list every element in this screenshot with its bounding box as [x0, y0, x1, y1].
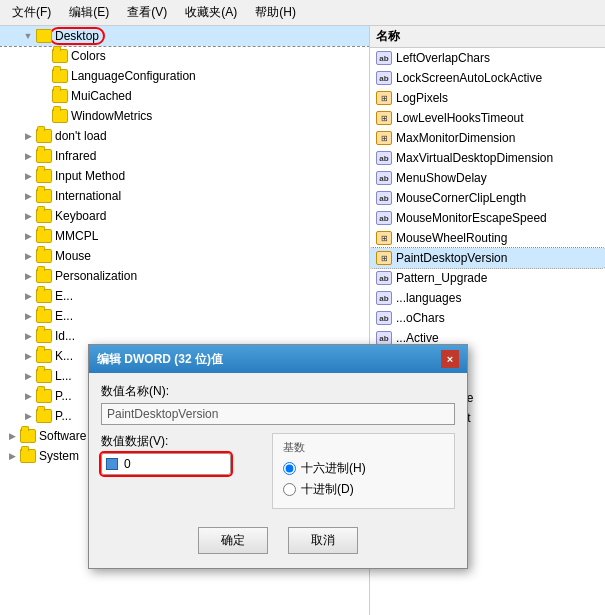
- value-name-active: ...Active: [396, 331, 439, 345]
- folder-icon-l1: [36, 369, 52, 383]
- value-row-chars[interactable]: ab ...oChars: [370, 308, 605, 328]
- icon-ab-mousecorner: ab: [376, 191, 392, 205]
- tree-item-e1[interactable]: ▶ E...: [0, 286, 369, 306]
- folder-icon-keyboard: [36, 209, 52, 223]
- icon-ab-chars: ab: [376, 311, 392, 325]
- value-name-logpixels: LogPixels: [396, 91, 448, 105]
- e1-label: E...: [55, 289, 73, 303]
- menu-view[interactable]: 查看(V): [119, 2, 175, 23]
- tree-item-infrared[interactable]: ▶ Infrared: [0, 146, 369, 166]
- tree-item-personalization[interactable]: ▶ Personalization: [0, 266, 369, 286]
- expand-icon-dontload: ▶: [20, 128, 36, 144]
- data-value-input[interactable]: [101, 453, 231, 475]
- mmcpl-label: MMCPL: [55, 229, 98, 243]
- expand-icon-desktop: ▼: [20, 28, 36, 44]
- value-row-maxmonitor[interactable]: ⊞ MaxMonitorDimension: [370, 128, 605, 148]
- radio-hex-label[interactable]: 十六进制(H): [301, 460, 366, 477]
- name-input[interactable]: [101, 403, 455, 425]
- system-label: System: [39, 449, 79, 463]
- folder-icon-desktop: [36, 29, 52, 43]
- radio-row-hex: 十六进制(H): [283, 460, 444, 477]
- p2-label: P...: [55, 409, 71, 423]
- value-row-leftoverlap[interactable]: ab LeftOverlapChars: [370, 48, 605, 68]
- menu-favorites[interactable]: 收藏夹(A): [177, 2, 245, 23]
- k1-label: K...: [55, 349, 73, 363]
- tree-item-langconfig[interactable]: LanguageConfiguration: [0, 66, 369, 86]
- folder-icon-p2: [36, 409, 52, 423]
- expand-icon-p1: ▶: [20, 388, 36, 404]
- icon-reg-mousewheel: ⊞: [376, 231, 392, 245]
- values-header: 名称: [370, 26, 605, 48]
- value-row-paintdesktop[interactable]: ⊞ PaintDesktopVersion: [370, 248, 605, 268]
- value-row-languages[interactable]: ab ...languages: [370, 288, 605, 308]
- tree-item-id1[interactable]: ▶ Id...: [0, 326, 369, 346]
- mouse-label: Mouse: [55, 249, 91, 263]
- expand-icon-mouse: ▶: [20, 248, 36, 264]
- value-row-pattern[interactable]: ab Pattern_Upgrade: [370, 268, 605, 288]
- expand-icon-e2: ▶: [20, 308, 36, 324]
- icon-reg-logpixels: ⊞: [376, 91, 392, 105]
- expand-icon-inputmethod: ▶: [20, 168, 36, 184]
- value-row-logpixels[interactable]: ⊞ LogPixels: [370, 88, 605, 108]
- tree-item-mouse[interactable]: ▶ Mouse: [0, 246, 369, 266]
- tree-item-mmcpl[interactable]: ▶ MMCPL: [0, 226, 369, 246]
- tree-item-e2[interactable]: ▶ E...: [0, 306, 369, 326]
- l1-label: L...: [55, 369, 72, 383]
- value-name-menushowdelay: MenuShowDelay: [396, 171, 487, 185]
- value-name-lowlevel: LowLevelHooksTimeout: [396, 111, 524, 125]
- name-label: 数值名称(N):: [101, 383, 455, 400]
- value-name-paintdesktop: PaintDesktopVersion: [396, 251, 507, 265]
- base-group: 基数 十六进制(H) 十进制(D): [272, 433, 455, 509]
- tree-item-colors[interactable]: Colors: [0, 46, 369, 66]
- cancel-button[interactable]: 取消: [288, 527, 358, 554]
- expand-icon-colors: [36, 48, 52, 64]
- value-row-lockscreen[interactable]: ab LockScreenAutoLockActive: [370, 68, 605, 88]
- dontload-label: don't load: [55, 129, 107, 143]
- tree-item-windowmetrics[interactable]: WindowMetrics: [0, 106, 369, 126]
- expand-icon-k1: ▶: [20, 348, 36, 364]
- tree-item-desktop[interactable]: ▼ Desktop: [0, 26, 369, 46]
- folder-icon-langconfig: [52, 69, 68, 83]
- radio-hex[interactable]: [283, 462, 296, 475]
- expand-icon-keyboard: ▶: [20, 208, 36, 224]
- icon-ab-maxvirtual: ab: [376, 151, 392, 165]
- value-row-menushowdelay[interactable]: ab MenuShowDelay: [370, 168, 605, 188]
- menu-help[interactable]: 帮助(H): [247, 2, 304, 23]
- expand-icon-e1: ▶: [20, 288, 36, 304]
- expand-icon-id1: ▶: [20, 328, 36, 344]
- value-row-mousecorner[interactable]: ab MouseCornerClipLength: [370, 188, 605, 208]
- radio-dec[interactable]: [283, 483, 296, 496]
- dialog-buttons: 确定 取消: [101, 519, 455, 558]
- value-name-maxvirtual: MaxVirtualDesktopDimension: [396, 151, 553, 165]
- value-row-mousemonitor[interactable]: ab MouseMonitorEscapeSpeed: [370, 208, 605, 228]
- menubar: 文件(F) 编辑(E) 查看(V) 收藏夹(A) 帮助(H): [0, 0, 605, 26]
- tree-item-inputmethod[interactable]: ▶ Input Method: [0, 166, 369, 186]
- expand-icon-infrared: ▶: [20, 148, 36, 164]
- base-label: 基数: [283, 440, 444, 455]
- dialog-close-button[interactable]: ×: [441, 350, 459, 368]
- dialog-body: 数值名称(N): 数值数据(V): 基数: [89, 373, 467, 568]
- confirm-button[interactable]: 确定: [198, 527, 268, 554]
- folder-icon-colors: [52, 49, 68, 63]
- tree-item-international[interactable]: ▶ International: [0, 186, 369, 206]
- data-label: 数值数据(V):: [101, 433, 262, 450]
- keyboard-label: Keyboard: [55, 209, 106, 223]
- folder-icon-software: [20, 429, 36, 443]
- expand-icon-p2: ▶: [20, 408, 36, 424]
- value-name-maxmonitor: MaxMonitorDimension: [396, 131, 515, 145]
- value-input-area: 数值数据(V):: [101, 433, 262, 509]
- menu-edit[interactable]: 编辑(E): [61, 2, 117, 23]
- value-row-mousewheel[interactable]: ⊞ MouseWheelRouting: [370, 228, 605, 248]
- tree-item-muicached[interactable]: MuiCached: [0, 86, 369, 106]
- tree-item-dontload[interactable]: ▶ don't load: [0, 126, 369, 146]
- menu-file[interactable]: 文件(F): [4, 2, 59, 23]
- tree-item-keyboard[interactable]: ▶ Keyboard: [0, 206, 369, 226]
- value-row-lowlevel[interactable]: ⊞ LowLevelHooksTimeout: [370, 108, 605, 128]
- folder-icon-p1: [36, 389, 52, 403]
- radio-dec-label[interactable]: 十进制(D): [301, 481, 354, 498]
- p1-label: P...: [55, 389, 71, 403]
- value-row-maxvirtual[interactable]: ab MaxVirtualDesktopDimension: [370, 148, 605, 168]
- expand-icon-mmcpl: ▶: [20, 228, 36, 244]
- value-name-mousewheel: MouseWheelRouting: [396, 231, 507, 245]
- hex-value-icon: [106, 458, 118, 470]
